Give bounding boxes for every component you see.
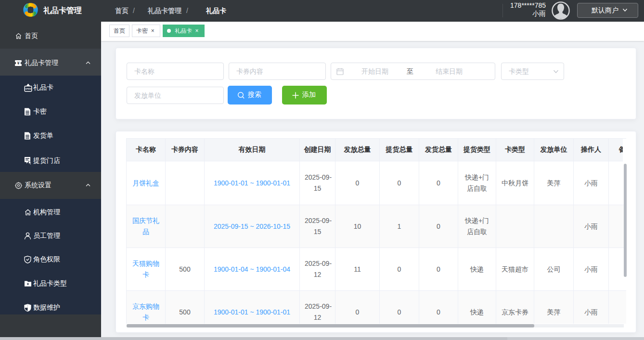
svg-text:¥: ¥ [17, 61, 20, 65]
svg-text:OPEN: OPEN [25, 88, 31, 90]
